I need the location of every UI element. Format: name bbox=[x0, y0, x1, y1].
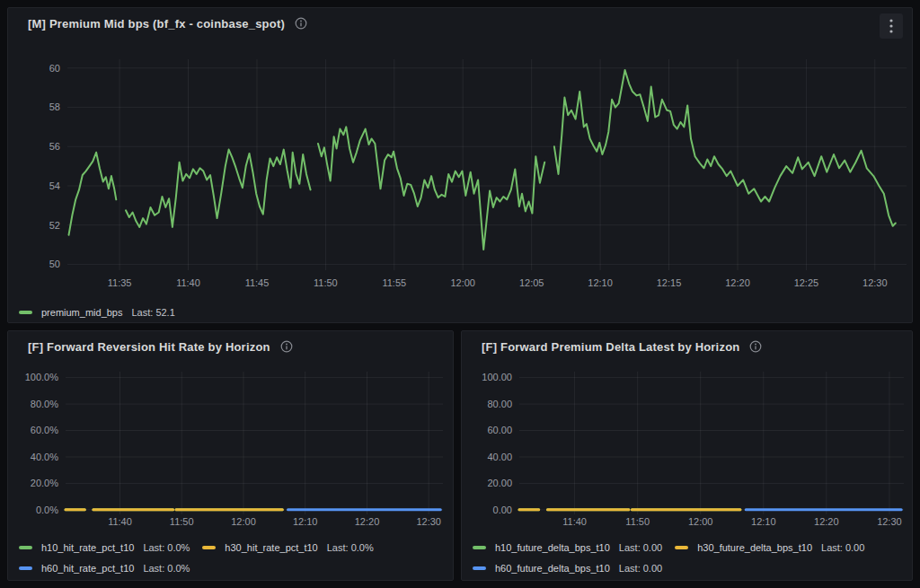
y-tick-label: 60.0% bbox=[31, 425, 58, 435]
x-tick-label: 11:45 bbox=[245, 277, 270, 288]
legend-swatch bbox=[675, 546, 688, 549]
panel-hit-rate-by-horizon: [F] Forward Reversion Hit Rate by Horizo… bbox=[7, 330, 454, 581]
panel-menu-kebab-icon[interactable] bbox=[880, 13, 903, 39]
y-tick-label: 0.0% bbox=[36, 505, 58, 515]
legend-last-value: Last: 0.00 bbox=[619, 542, 662, 553]
series-line-premium_mid_bps bbox=[69, 70, 896, 250]
y-tick-label: 0.00 bbox=[493, 505, 512, 515]
legend-series-name: h30_future_delta_bps_t10 bbox=[697, 542, 812, 553]
y-tick-label: 100.00 bbox=[482, 372, 512, 382]
panel-title[interactable]: [F] Forward Premium Delta Latest by Hori… bbox=[482, 340, 739, 354]
y-tick-label: 56 bbox=[49, 141, 60, 152]
y-tick-label: 60.00 bbox=[487, 425, 512, 435]
legend-last-value: Last: 52.1 bbox=[131, 307, 174, 318]
legend-last-value: Last: 0.0% bbox=[143, 563, 190, 574]
x-tick-label: 11:55 bbox=[382, 277, 406, 288]
y-tick-label: 40.00 bbox=[487, 452, 512, 462]
x-tick-label: 12:30 bbox=[416, 516, 441, 527]
chart-legend: h10_hit_rate_pct_t10Last: 0.0%h30_hit_ra… bbox=[19, 538, 446, 577]
legend-last-value: Last: 0.0% bbox=[327, 542, 374, 553]
legend-last-value: Last: 0.00 bbox=[821, 542, 864, 553]
grafana-dashboard: [M] Premium Mid bps (bf_fx - coinbase_sp… bbox=[0, 0, 920, 588]
legend-last-value: Last: 0.0% bbox=[143, 542, 190, 553]
x-tick-label: 11:50 bbox=[314, 277, 338, 288]
y-tick-label: 54 bbox=[49, 180, 60, 191]
x-tick-label: 12:00 bbox=[450, 277, 475, 288]
chart-legend: premium_mid_bpsLast: 52.1 bbox=[19, 303, 905, 321]
legend-item-h10_hit_rate_pct_t10[interactable]: h10_hit_rate_pct_t10Last: 0.0% bbox=[19, 538, 190, 557]
legend-item-h60_future_delta_bps_t10[interactable]: h60_future_delta_bps_t10Last: 0.00 bbox=[473, 558, 662, 577]
info-icon[interactable] bbox=[280, 340, 293, 353]
x-tick-label: 12:30 bbox=[877, 516, 902, 527]
panel-header: [F] Forward Premium Delta Latest by Hori… bbox=[462, 331, 912, 362]
y-tick-label: 58 bbox=[49, 101, 60, 112]
legend-item-h10_future_delta_bps_t10[interactable]: h10_future_delta_bps_t10Last: 0.00 bbox=[473, 538, 662, 557]
panel-premium-mid-bps: [M] Premium Mid bps (bf_fx - coinbase_sp… bbox=[7, 7, 913, 323]
y-tick-label: 20.00 bbox=[487, 478, 512, 488]
panel-title[interactable]: [M] Premium Mid bps (bf_fx - coinbase_sp… bbox=[28, 17, 285, 31]
x-tick-label: 11:40 bbox=[108, 516, 132, 527]
y-tick-label: 60 bbox=[49, 63, 60, 74]
y-tick-label: 52 bbox=[49, 220, 60, 231]
x-tick-label: 12:10 bbox=[293, 516, 318, 527]
x-tick-label: 12:10 bbox=[751, 516, 776, 527]
legend-series-name: h10_future_delta_bps_t10 bbox=[495, 542, 610, 553]
x-tick-label: 12:20 bbox=[725, 277, 750, 288]
x-tick-label: 12:30 bbox=[862, 277, 888, 288]
x-tick-label: 12:20 bbox=[814, 516, 839, 527]
x-tick-label: 11:40 bbox=[176, 277, 200, 288]
x-tick-label: 12:05 bbox=[519, 277, 544, 288]
legend-item-h30_future_delta_bps_t10[interactable]: h30_future_delta_bps_t10Last: 0.00 bbox=[675, 538, 864, 557]
x-tick-label: 12:25 bbox=[794, 277, 819, 288]
legend-swatch bbox=[19, 566, 32, 570]
legend-swatch bbox=[202, 546, 216, 549]
y-tick-label: 40.0% bbox=[31, 452, 58, 462]
legend-last-value: Last: 0.00 bbox=[619, 563, 662, 574]
legend-swatch bbox=[19, 311, 32, 314]
panel-header: [F] Forward Reversion Hit Rate by Horizo… bbox=[8, 331, 453, 362]
info-icon[interactable] bbox=[749, 340, 762, 353]
legend-series-name: premium_mid_bps bbox=[41, 307, 122, 318]
x-tick-label: 11:50 bbox=[625, 516, 650, 527]
legend-series-name: h10_hit_rate_pct_t10 bbox=[41, 542, 134, 553]
legend-series-name: h30_hit_rate_pct_t10 bbox=[225, 542, 317, 553]
y-tick-label: 20.0% bbox=[31, 478, 58, 488]
x-tick-label: 12:10 bbox=[588, 277, 613, 288]
x-tick-label: 12:15 bbox=[657, 277, 682, 288]
y-tick-label: 80.00 bbox=[487, 399, 512, 409]
info-icon[interactable] bbox=[295, 17, 307, 30]
timeseries-chart-premium[interactable]: 50525456586011:3511:4011:4511:5011:5512:… bbox=[8, 8, 912, 322]
legend-swatch bbox=[19, 546, 32, 549]
y-tick-label: 80.0% bbox=[31, 399, 58, 409]
y-tick-label: 100.0% bbox=[25, 372, 59, 382]
x-tick-label: 11:35 bbox=[108, 277, 132, 288]
x-tick-label: 12:00 bbox=[688, 516, 713, 527]
panel-premium-delta-by-horizon: [F] Forward Premium Delta Latest by Hori… bbox=[461, 330, 913, 581]
x-tick-label: 11:40 bbox=[562, 516, 587, 527]
x-tick-label: 11:50 bbox=[170, 516, 194, 527]
x-tick-label: 12:20 bbox=[355, 516, 380, 527]
legend-swatch bbox=[473, 546, 486, 549]
legend-item-premium_mid_bps[interactable]: premium_mid_bpsLast: 52.1 bbox=[19, 303, 175, 321]
legend-item-h60_hit_rate_pct_t10[interactable]: h60_hit_rate_pct_t10Last: 0.0% bbox=[19, 558, 190, 577]
legend-series-name: h60_future_delta_bps_t10 bbox=[495, 563, 610, 574]
chart-legend: h10_future_delta_bps_t10Last: 0.00h30_fu… bbox=[473, 538, 905, 577]
legend-item-h30_hit_rate_pct_t10[interactable]: h30_hit_rate_pct_t10Last: 0.0% bbox=[202, 538, 373, 557]
panel-header: [M] Premium Mid bps (bf_fx - coinbase_sp… bbox=[8, 8, 912, 39]
legend-series-name: h60_hit_rate_pct_t10 bbox=[41, 563, 134, 574]
panel-title[interactable]: [F] Forward Reversion Hit Rate by Horizo… bbox=[28, 340, 270, 354]
legend-swatch bbox=[473, 566, 486, 570]
y-tick-label: 50 bbox=[49, 259, 60, 269]
x-tick-label: 12:00 bbox=[231, 516, 256, 527]
